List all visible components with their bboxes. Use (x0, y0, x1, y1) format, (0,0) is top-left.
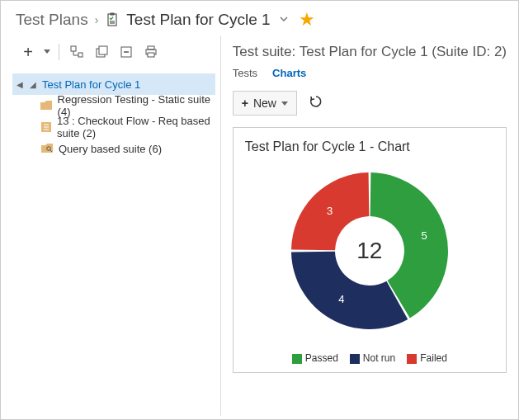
requirement-suite-icon (40, 120, 52, 134)
legend-swatch (350, 354, 360, 364)
tree-root-item[interactable]: ◀ ◢ Test Plan for Cycle 1 (12, 73, 215, 95)
print-icon[interactable] (140, 42, 162, 62)
chart-title: Test Plan for Cycle 1 - Chart (245, 139, 494, 154)
slice-value: 5 (421, 229, 427, 242)
legend-swatch (407, 354, 417, 364)
donut-slice[interactable] (291, 252, 408, 329)
chevron-right-icon: › (95, 13, 99, 26)
test-plan-icon (105, 12, 120, 27)
donut-chart: 543 12 (245, 164, 494, 337)
tree-item-label: 13 : Checkout Flow - Req based suite (2) (57, 115, 212, 139)
svg-rect-14 (148, 53, 154, 57)
slice-value: 4 (338, 293, 344, 305)
chevron-down-icon[interactable] (279, 14, 289, 26)
legend-item[interactable]: Passed (292, 352, 338, 364)
breadcrumb-title[interactable]: Test Plan for Cycle 1 (126, 11, 270, 29)
favorite-star-icon[interactable]: ★ (299, 9, 315, 31)
chart-actionbar: + New (233, 91, 507, 116)
tree: ◀ ◢ Test Plan for Cycle 1 Regression Tes… (1, 70, 220, 159)
new-chart-button[interactable]: + New (233, 91, 297, 116)
expand-caret-icon[interactable]: ◢ (29, 80, 37, 89)
toolbar-separator (59, 44, 59, 60)
slice-value: 3 (327, 205, 333, 217)
collapse-icon[interactable] (116, 42, 137, 62)
refresh-icon[interactable] (309, 94, 323, 113)
detail-panel: Test suite: Test Plan for Cycle 1 (Suite… (221, 35, 518, 416)
add-dropdown-caret[interactable] (42, 42, 52, 62)
collapse-caret-icon[interactable]: ◀ (16, 80, 24, 89)
new-button-label: New (253, 97, 276, 110)
suite-title: Test suite: Test Plan for Cycle 1 (Suite… (233, 44, 507, 60)
svg-rect-1 (111, 13, 115, 16)
folder-icon (40, 99, 53, 112)
chart-card: Test Plan for Cycle 1 - Chart 543 12 Pas… (233, 127, 507, 373)
tab-tests[interactable]: Tests (233, 67, 257, 83)
chevron-down-icon (281, 98, 288, 108)
expand-tree-icon[interactable] (66, 42, 87, 62)
svg-rect-9 (99, 46, 107, 54)
tree-root-label: Test Plan for Cycle 1 (42, 78, 140, 91)
svg-rect-0 (108, 14, 116, 26)
chart-total: 12 (356, 238, 382, 264)
tab-charts[interactable]: Charts (272, 67, 306, 83)
svg-rect-12 (148, 46, 154, 50)
query-suite-icon (40, 142, 54, 155)
legend-item[interactable]: Failed (407, 352, 447, 364)
tree-item-query-suite[interactable]: Query based suite (6) (12, 138, 215, 159)
breadcrumb-root[interactable]: Test Plans (16, 11, 88, 29)
tree-toolbar: + (1, 42, 220, 70)
tree-item-static-suite[interactable]: Regression Testing - Static suite (4) (12, 95, 215, 116)
svg-rect-7 (78, 53, 83, 57)
tab-bar: Tests Charts (233, 67, 507, 83)
breadcrumb: Test Plans › Test Plan for Cycle 1 ★ (1, 1, 518, 35)
tree-item-req-suite[interactable]: 13 : Checkout Flow - Req based suite (2) (12, 116, 215, 138)
legend-item[interactable]: Not run (350, 352, 395, 364)
tree-item-label: Query based suite (6) (59, 143, 162, 155)
plus-icon: + (242, 97, 248, 110)
tree-panel: + (1, 35, 221, 416)
add-button[interactable]: + (17, 42, 39, 62)
svg-rect-4 (71, 46, 76, 51)
chart-legend: PassedNot runFailed (245, 352, 494, 364)
open-window-icon[interactable] (91, 42, 112, 62)
legend-swatch (292, 354, 302, 364)
